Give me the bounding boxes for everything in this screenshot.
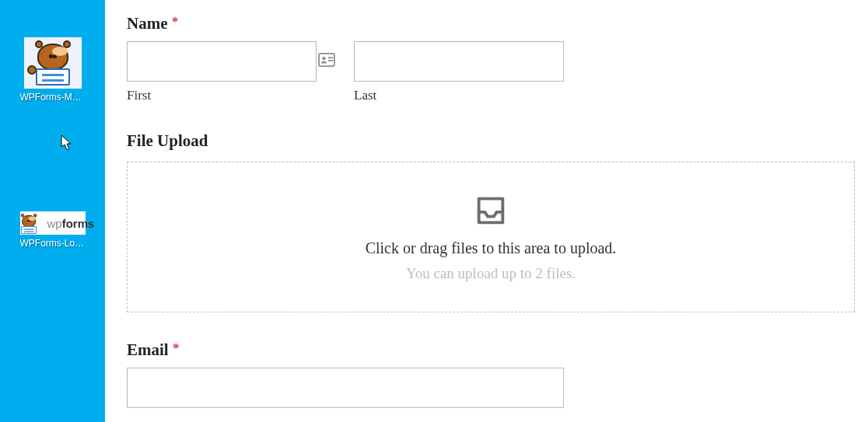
name-label: Name * xyxy=(127,14,852,33)
desktop-strip: WPForms-Mas... wpforms WPForms-Log... xyxy=(0,0,105,422)
desktop-icon-wpforms-logo[interactable]: wpforms WPForms-Log... xyxy=(23,211,82,249)
last-name-input[interactable] xyxy=(354,41,564,82)
logo-thumbnail: wpforms xyxy=(20,211,86,235)
file-upload-dropzone[interactable]: Click or drag files to this area to uplo… xyxy=(127,162,855,312)
form-area: Name * First Last File Upload xyxy=(105,0,868,422)
dropzone-instruction: Click or drag files to this area to uplo… xyxy=(366,239,617,257)
mascot-thumbnail xyxy=(24,37,82,89)
email-label: Email * xyxy=(127,340,852,360)
email-input[interactable] xyxy=(127,368,564,408)
first-name-input[interactable] xyxy=(127,41,317,82)
first-name-sublabel: First xyxy=(127,88,343,103)
name-field-group: Name * First Last xyxy=(127,14,852,103)
required-asterisk: * xyxy=(172,14,179,29)
email-field-group: Email * xyxy=(127,340,852,408)
dropzone-hint: You can upload up to 2 files. xyxy=(406,265,576,282)
desktop-icon-label: WPForms-Log... xyxy=(20,238,86,249)
required-asterisk: * xyxy=(173,340,180,355)
svg-rect-2 xyxy=(328,57,333,58)
file-upload-field-group: File Upload Click or drag files to this … xyxy=(127,131,852,312)
mouse-cursor-icon xyxy=(61,134,73,152)
file-upload-label: File Upload xyxy=(127,131,852,151)
desktop-icon-wpforms-mascot[interactable]: WPForms-Mas... xyxy=(23,37,82,103)
inbox-icon xyxy=(473,193,509,232)
id-card-icon xyxy=(318,53,335,70)
svg-point-1 xyxy=(322,57,325,60)
last-name-sublabel: Last xyxy=(354,88,564,103)
logo-text: wpforms xyxy=(47,217,95,230)
svg-rect-3 xyxy=(328,60,333,61)
desktop-icon-label: WPForms-Mas... xyxy=(20,92,86,103)
